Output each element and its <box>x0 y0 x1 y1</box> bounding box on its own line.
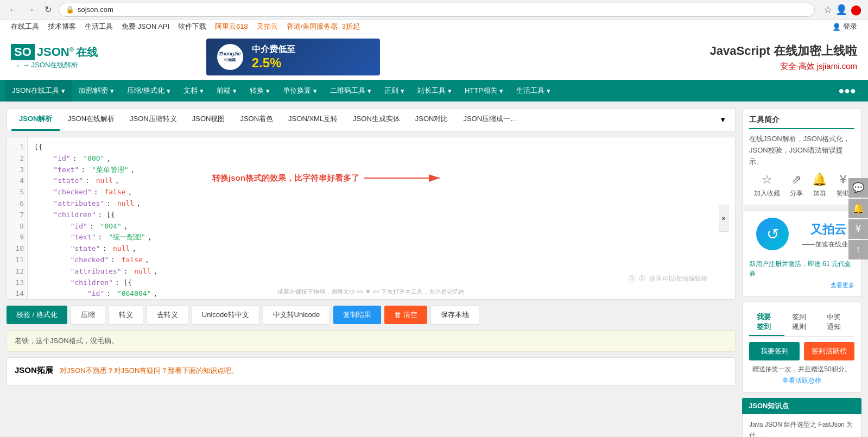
dropdown-arrow-icon: ▾ <box>266 87 270 95</box>
code-editor: 12345 678910 1112131415 1617 [{ "id": "0… <box>7 137 735 299</box>
address-bar: 🔒 sojson.com <box>59 3 815 17</box>
json-ext-title: JSON拓展 对JSON不熟悉？对JSON有疑问？那看下面的知识点吧。 <box>15 365 727 376</box>
unicode-to-chinese-button[interactable]: Unicode转中文 <box>192 305 259 325</box>
youpai-logo: ↺ <box>756 218 789 250</box>
nav-link-api[interactable]: 免费 JSON API <box>122 22 169 31</box>
dropdown-arrow-icon: ▾ <box>167 87 170 95</box>
signin-desc: 赠送抽奖一次，并且赠送50积分。 <box>749 365 854 374</box>
user-icon: 👤 <box>832 23 841 31</box>
nav-item-compress[interactable]: 压缩/格式化 ▾ <box>121 80 177 102</box>
share-button[interactable]: ⇗ 分享 <box>790 173 803 198</box>
chat-float-button[interactable]: 💬 <box>848 178 868 198</box>
copy-result-button[interactable]: 复制结果 <box>333 306 381 324</box>
knowledge-title: JSON知识点 <box>742 398 861 414</box>
logo-top: SO JSON® 在线 <box>11 44 98 60</box>
zhongjie-logo: ZhongJie中间网 <box>217 44 243 70</box>
search-button[interactable]: ●●● <box>832 85 863 97</box>
nav-item-life-tools[interactable]: 生活工具 ▾ <box>510 80 557 102</box>
youpai-promo: 新用户注册并激活，即送 61 元代金券 <box>749 259 854 278</box>
save-local-button[interactable]: 保存本地 <box>430 305 479 325</box>
signin-button[interactable]: 我要签到 <box>749 342 800 360</box>
nav-item-unit[interactable]: 单位换算 ▾ <box>276 80 324 102</box>
tab-json-xml[interactable]: JSON/XML互转 <box>281 109 345 131</box>
nav-link-life[interactable]: 生活工具 <box>85 22 113 31</box>
refresh-button[interactable]: ↻ <box>41 3 54 16</box>
nav-item-encrypt[interactable]: 加密/解密 ▾ <box>72 80 121 102</box>
tab-signin-rules[interactable]: 签到规则 <box>784 309 820 336</box>
money-icon: ¥ <box>840 173 846 187</box>
dropdown-arrow-icon: ▾ <box>547 87 550 95</box>
chinese-to-unicode-button[interactable]: 中文转Unicode <box>263 305 331 325</box>
tab-prize-notify[interactable]: 中奖通知 <box>819 309 854 336</box>
dropdown-arrow-icon: ▾ <box>233 87 237 95</box>
scroll-top-float-button[interactable]: ↑ <box>848 240 868 259</box>
profile-icon[interactable]: 👤 <box>835 4 847 16</box>
code-content[interactable]: [{ "id": "000", "text": "菜单管理", "state":… <box>28 137 735 299</box>
nav-link-blog[interactable]: 技术博客 <box>48 22 76 31</box>
notification-float-button[interactable]: 🔔 <box>848 199 868 218</box>
login-button[interactable]: 👤 登录 <box>832 22 857 31</box>
signin-buttons: 我要签到 签到活跃榜 <box>749 342 854 360</box>
join-group-button[interactable]: 🔔 加群 <box>812 173 827 198</box>
tab-json-online[interactable]: JSON在线解析 <box>60 109 122 131</box>
result-area: 老铁，这个JSON格式，没毛病。 <box>7 330 736 352</box>
add-favorite-button[interactable]: ☆ 加入收藏 <box>754 173 780 198</box>
menu-icon[interactable]: ⬤ <box>851 4 861 16</box>
icon-actions: ☆ 加入收藏 ⇗ 分享 🔔 加群 ¥ 赞助 <box>749 173 854 198</box>
nav-item-webmaster[interactable]: 站长工具 ▾ <box>411 80 458 102</box>
nav-link-download[interactable]: 软件下载 <box>178 22 206 31</box>
collapse-hint-icon: ⓪ <box>629 275 635 282</box>
nav-item-convert[interactable]: 转换 ▾ <box>243 80 276 102</box>
tab-json-minify[interactable]: JSON压缩成一… <box>455 109 525 131</box>
tab-json-color[interactable]: JSON着色 <box>232 109 281 131</box>
forward-button[interactable]: → <box>24 3 37 16</box>
tab-json-compress[interactable]: JSON压缩转义 <box>122 109 185 131</box>
validate-format-button[interactable]: 校验 / 格式化 <box>7 306 67 324</box>
nav-link-server[interactable]: 香港/美国服务器, 3折起 <box>287 22 360 31</box>
dropdown-arrow-icon: ▾ <box>499 87 503 95</box>
lock-icon: 🔒 <box>66 5 74 14</box>
youpai-name: 又拍云 <box>802 221 854 238</box>
nav-item-docs[interactable]: 文档 ▾ <box>177 80 210 102</box>
annotation-text: 转换json格式的效果，比字符串好看多了 <box>212 172 359 185</box>
dropdown-arrow-icon: ▾ <box>61 87 65 95</box>
json-ext-link[interactable]: 对JSON不熟悉？对JSON有疑问？那看下面的知识点吧。 <box>60 366 238 375</box>
compress-button[interactable]: 压缩 <box>71 305 105 325</box>
line-numbers: 12345 678910 1112131415 1617 <box>7 137 28 299</box>
float-buttons: 💬 🔔 ¥ ↑ <box>848 178 868 259</box>
tab-signin[interactable]: 我要签到 <box>749 309 784 336</box>
zhongjie-banner[interactable]: ZhongJie中间网 中介费低至 2.5% <box>206 39 380 75</box>
clear-button[interactable]: 🗑 清空 <box>384 306 427 324</box>
share-icon: ⇗ <box>791 173 801 187</box>
logo-json: JSON® <box>37 45 74 59</box>
nav-link-youpai[interactable]: 又拍云 <box>257 22 278 31</box>
url-text: sojson.com <box>78 5 113 14</box>
unescape-button[interactable]: 去转义 <box>147 305 188 325</box>
star-icon[interactable]: ☆ <box>823 4 832 16</box>
active-rank-button[interactable]: 签到活跃榜 <box>804 342 854 360</box>
nav-link-aliyun[interactable]: 阿里云618 <box>215 22 248 31</box>
tab-json-view[interactable]: JSON视图 <box>185 109 233 131</box>
nav-item-regex[interactable]: 正则 ▾ <box>378 80 411 102</box>
collapse-editor-button[interactable]: » <box>719 205 728 232</box>
tab-more-button[interactable]: ▼ <box>715 111 731 128</box>
tab-json-entity[interactable]: JSON生成实体 <box>345 109 408 131</box>
result-text: 老铁，这个JSON格式，没毛病。 <box>15 337 118 345</box>
escape-button[interactable]: 转义 <box>109 305 143 325</box>
money-float-button[interactable]: ¥ <box>848 219 868 239</box>
back-button[interactable]: ← <box>7 3 20 16</box>
sidebar: 工具简介 在线JSON解析，JSON格式化，JSON校验，JSON语法错误提示。… <box>742 108 861 437</box>
youpai-more-link[interactable]: 查看更多 <box>831 282 854 288</box>
nav-link-tools[interactable]: 在线工具 <box>11 22 39 31</box>
js-banner[interactable]: JavaScript 在线加密上线啦 安全·高效 jsjiami.com <box>488 43 857 72</box>
sponsor-button[interactable]: ¥ 赞助 <box>837 173 850 198</box>
tab-json-parse[interactable]: JSON解析 <box>11 109 60 131</box>
nav-item-json-tools[interactable]: JSON在线工具 ▾ <box>5 80 72 102</box>
nav-item-http[interactable]: HTTP相关 ▾ <box>458 80 510 102</box>
nav-item-frontend[interactable]: 前端 ▾ <box>210 80 243 102</box>
youpai-banner[interactable]: ↺ 又拍云 ——加速在线业务 新用户注册并激活，即送 61 元代金券 查看更多 <box>742 211 861 296</box>
annotation: 转换json格式的效果，比字符串好看多了 <box>212 167 451 189</box>
nav-item-qrcode[interactable]: 二维码工具 ▾ <box>324 80 378 102</box>
active-rank-link[interactable]: 查看活跃总榜 <box>749 376 854 385</box>
tab-json-diff[interactable]: JSON对比 <box>408 109 456 131</box>
